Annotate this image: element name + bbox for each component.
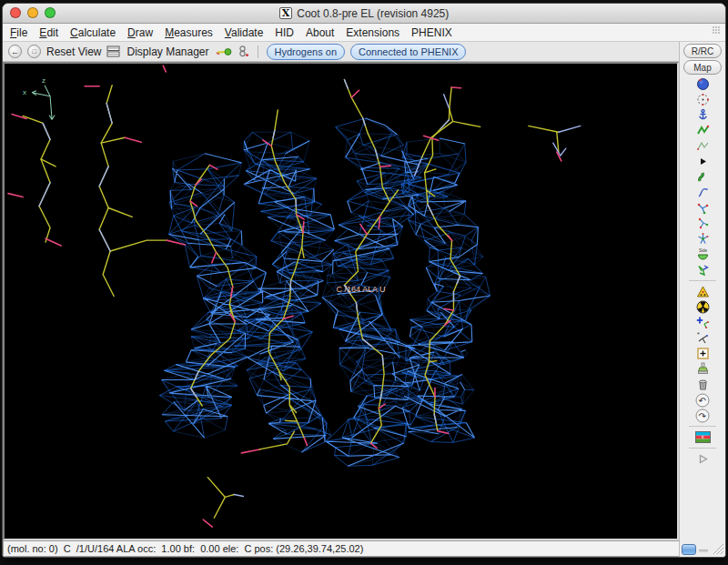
right-toolbar: R/RC Map — [679, 42, 725, 557]
map-button[interactable]: Map — [683, 60, 722, 75]
3d-canvas-frame: x z — [3, 62, 679, 540]
toolbar-separator — [258, 45, 258, 58]
resize-grip[interactable] — [711, 543, 724, 555]
menu-measures[interactable]: Measures — [165, 26, 213, 39]
delete-item-icon[interactable] — [694, 377, 711, 392]
flip-peptide-icon[interactable] — [694, 169, 711, 185]
menu-file[interactable]: File — [10, 26, 27, 39]
menu-calculate[interactable]: Calculate — [70, 26, 116, 39]
regularize-zone-icon[interactable] — [694, 92, 711, 107]
square-icon: □ — [32, 48, 35, 55]
scrollbar-thumb[interactable] — [682, 544, 696, 555]
minimize-button[interactable] — [27, 7, 38, 18]
svg-text:↷: ↷ — [699, 410, 707, 420]
title-bar[interactable]: X Coot 0.8-pre EL (revision 4925) — [3, 4, 725, 24]
residue-fragment-left1 — [8, 114, 61, 246]
residue-fragment-topright2 — [529, 126, 581, 161]
coot-window: X Coot 0.8-pre EL (revision 4925) File E… — [2, 3, 726, 558]
add-terminal-residue-icon[interactable] — [694, 315, 711, 330]
auto-fit-rotamer-icon[interactable] — [694, 123, 711, 138]
run-refmac-icon[interactable] — [694, 299, 711, 315]
axis-z-label: z — [42, 76, 46, 85]
menu-edit[interactable]: Edit — [39, 26, 58, 39]
torsion-general-icon[interactable] — [694, 185, 711, 200]
axes-gizmo: x z — [23, 76, 55, 120]
sidebar-separator — [689, 426, 716, 427]
rrc-button[interactable]: R/RC — [683, 44, 722, 58]
svg-text:↶: ↶ — [699, 395, 706, 405]
expand-arrow-icon[interactable] — [694, 154, 711, 169]
mutate-residue-icon[interactable] — [694, 262, 711, 277]
stop-nav-button[interactable]: □ — [27, 45, 41, 58]
electron-density-mesh — [159, 118, 490, 466]
place-atom-pointer-icon[interactable] — [694, 346, 711, 361]
axis-x-label: x — [23, 88, 26, 96]
run-script-icon[interactable] — [694, 451, 711, 467]
menu-hid[interactable]: HID — [275, 26, 294, 39]
atom-label: C /164 ALA U — [336, 285, 385, 294]
key-bond-icon[interactable] — [215, 46, 232, 57]
undo-icon[interactable]: ↶ — [694, 392, 711, 408]
reset-view-button[interactable]: Reset View — [46, 45, 101, 58]
redo-icon[interactable]: ↷ — [694, 408, 711, 423]
menu-phenix[interactable]: PHENIX — [411, 26, 452, 39]
jiggle-fit-icon[interactable] — [694, 231, 711, 247]
menu-extensions[interactable]: Extensions — [346, 26, 399, 39]
menu-draw[interactable]: Draw — [127, 26, 153, 39]
window-title: Coot 0.8-pre EL (revision 4925) — [297, 7, 449, 20]
menu-about[interactable]: About — [306, 26, 334, 39]
rotamers-icon[interactable] — [694, 138, 711, 154]
anchor-fix-atoms-icon[interactable] — [694, 107, 711, 123]
sidebar-separator — [689, 448, 716, 449]
replace-fragment-icon[interactable] — [694, 361, 711, 377]
display-manager-button[interactable]: Display Manager — [126, 45, 208, 58]
flip-sidechain-icon[interactable]: Side — [694, 247, 711, 262]
close-button[interactable] — [10, 7, 21, 18]
status-bar: (mol. no: 0) C /1/U/164 ALA occ: 1.00 bf… — [3, 540, 679, 557]
menu-bar: File Edit Calculate Draw Measures Valida… — [3, 24, 725, 42]
3d-canvas[interactable]: x z — [5, 64, 677, 539]
svg-text:Side: Side — [699, 248, 708, 253]
toolbar-grip-icon[interactable] — [713, 26, 720, 34]
back-arrow-icon: ← — [11, 47, 19, 56]
maximize-button[interactable] — [45, 7, 56, 18]
hydrogen-atom-icon[interactable] — [238, 45, 249, 57]
window-title-group: X Coot 0.8-pre EL (revision 4925) — [279, 7, 450, 20]
rotate-translate-icon[interactable] — [694, 200, 711, 216]
menu-validate[interactable]: Validate — [225, 26, 264, 39]
sphere-refine-icon[interactable] — [694, 76, 711, 92]
status-text: (mol. no: 0) C /1/U/164 ALA occ: 1.00 bf… — [7, 543, 363, 554]
x11-logo-icon: X — [279, 7, 293, 19]
scrollbar-track[interactable] — [699, 550, 708, 552]
stray-bond — [163, 66, 166, 72]
display-manager-icon — [106, 45, 121, 57]
flag-icon[interactable] — [694, 429, 711, 445]
phenix-connection-button[interactable]: Connected to PHENIX — [350, 44, 466, 60]
simple-mutate-icon[interactable] — [694, 284, 711, 299]
main-toolbar: ← □ Reset View Display Manager — [3, 42, 679, 62]
delete-atom-icon[interactable]: * — [694, 330, 711, 346]
undo-nav-button[interactable]: ← — [8, 45, 22, 58]
sidebar-separator — [689, 280, 716, 281]
hydrogens-toggle-button[interactable]: Hydrogens on — [267, 44, 346, 60]
svg-text:*: * — [697, 331, 700, 338]
residue-fragment-bottom — [203, 478, 243, 527]
traffic-lights — [10, 7, 56, 18]
edit-chi-angles-icon[interactable] — [694, 216, 711, 231]
sidebar-scrollbar — [680, 543, 725, 557]
